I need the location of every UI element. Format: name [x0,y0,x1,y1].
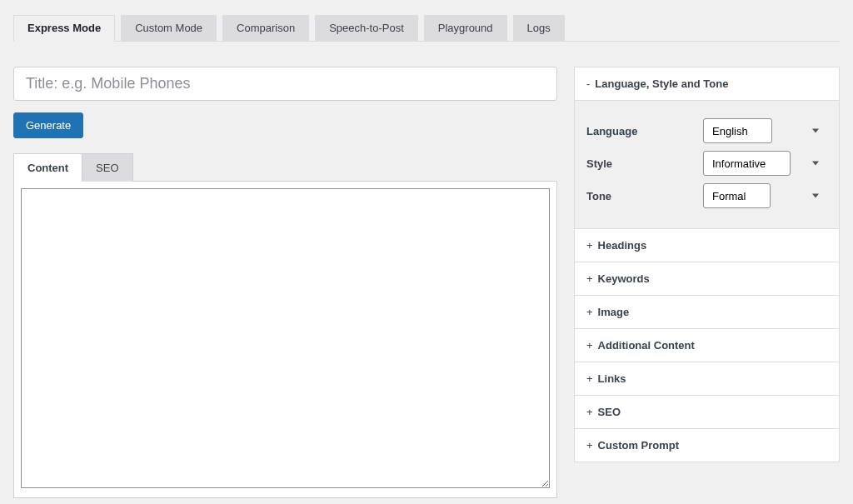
section-keywords[interactable]: + Keywords [575,262,839,296]
section-seo[interactable]: + SEO [575,396,839,429]
style-select[interactable]: Informative [703,151,791,176]
section-language-style-tone[interactable]: - Language, Style and Tone [575,67,839,101]
tone-select[interactable]: Formal [703,183,771,208]
expand-icon: + [586,239,593,252]
options-panel: - Language, Style and Tone Language Engl… [574,67,840,462]
expand-icon: + [586,439,593,452]
title-input[interactable] [13,67,557,101]
content-tabs: Content SEO [13,153,557,182]
tone-label: Tone [586,190,703,202]
content-textarea[interactable] [21,188,550,488]
language-label: Language [586,125,703,137]
section-label: Additional Content [598,339,695,352]
section-label: Image [598,306,630,318]
expand-icon: + [586,339,593,352]
section-label: Language, Style and Tone [595,77,728,90]
section-links[interactable]: + Links [575,362,839,396]
section-headings[interactable]: + Headings [575,229,839,262]
language-select[interactable]: English [703,118,772,143]
section-additional-content[interactable]: + Additional Content [575,329,839,362]
tab-comparison[interactable]: Comparison [222,15,309,41]
expand-icon: + [586,306,593,318]
section-label: Links [598,372,626,385]
section-label: Custom Prompt [598,439,680,452]
section-label: SEO [598,406,621,418]
expand-icon: + [586,372,593,385]
tab-speech-to-post[interactable]: Speech-to-Post [315,15,418,41]
tab-content[interactable]: Content [13,153,82,182]
section-image[interactable]: + Image [575,296,839,329]
tab-express-mode[interactable]: Express Mode [13,15,115,42]
tab-playground[interactable]: Playground [424,15,507,41]
collapse-icon: - [586,77,590,90]
section-language-style-tone-body: Language English Style Informative [575,101,839,229]
content-panel [13,181,557,498]
expand-icon: + [586,272,593,285]
section-custom-prompt[interactable]: + Custom Prompt [575,429,839,462]
generate-button[interactable]: Generate [13,112,83,138]
tab-logs[interactable]: Logs [513,15,565,41]
style-label: Style [586,157,703,170]
section-label: Keywords [598,272,650,285]
tab-custom-mode[interactable]: Custom Mode [121,15,217,41]
expand-icon: + [586,406,593,418]
top-tabs: Express Mode Custom Mode Comparison Spee… [13,15,840,42]
tab-seo[interactable]: SEO [82,153,132,182]
section-label: Headings [598,239,647,252]
